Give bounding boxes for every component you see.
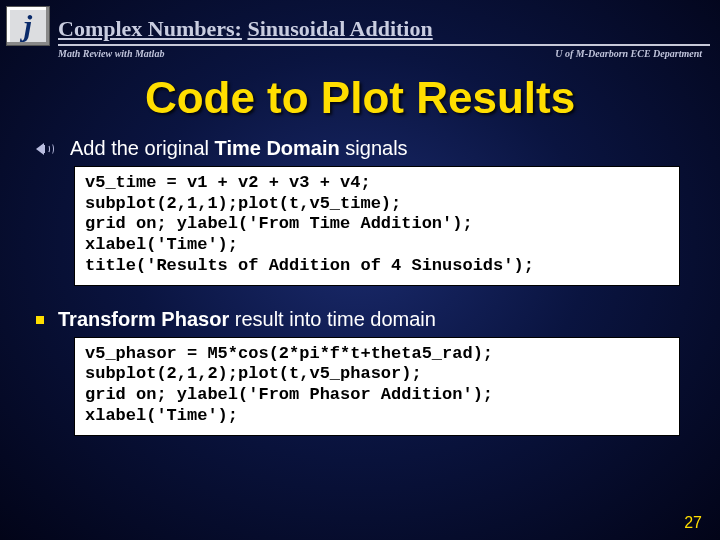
header-title-right: Sinusoidal Addition [247, 16, 432, 41]
header-title-left: Complex Numbers: [58, 16, 242, 41]
bullet-row-1: Add the original Time Domain signals [36, 137, 720, 160]
header-bar: j Complex Numbers: Sinusoidal Addition [0, 0, 720, 46]
bullet-row-2: Transform Phasor result into time domain [36, 308, 720, 331]
code-block-1: v5_time = v1 + v2 + v3 + v4; subplot(2,1… [74, 166, 680, 286]
bullet1-bold: Time Domain [215, 137, 340, 159]
header-title-wrap: Complex Numbers: Sinusoidal Addition [58, 16, 710, 46]
bullet2-post: result into time domain [229, 308, 436, 330]
square-bullet-icon [36, 316, 44, 324]
speaker-icon [36, 140, 56, 158]
logo-j: j [6, 6, 50, 46]
logo-letter: j [24, 9, 32, 43]
code-block-2: v5_phasor = M5*cos(2*pi*f*t+theta5_rad);… [74, 337, 680, 436]
bullet-2-text: Transform Phasor result into time domain [58, 308, 436, 331]
bullet1-post: signals [340, 137, 408, 159]
bullet2-bold: Transform Phasor [58, 308, 229, 330]
bullet1-pre: Add the original [70, 137, 215, 159]
sub-right: U of M-Dearborn ECE Department [555, 48, 702, 59]
page-number: 27 [684, 514, 702, 532]
sub-header: Math Review with Matlab U of M-Dearborn … [0, 46, 720, 59]
header-title: Complex Numbers: Sinusoidal Addition [58, 16, 433, 41]
sub-left: Math Review with Matlab [58, 48, 164, 59]
slide-title: Code to Plot Results [0, 73, 720, 123]
bullet-1-text: Add the original Time Domain signals [70, 137, 408, 160]
